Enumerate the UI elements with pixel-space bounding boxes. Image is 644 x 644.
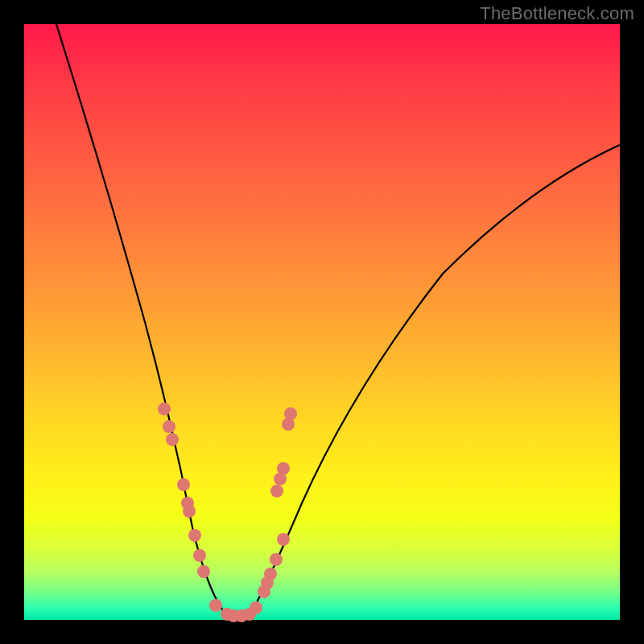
watermark-text: TheBottleneck.com [480, 3, 634, 24]
svg-point-19 [277, 533, 290, 546]
svg-point-14 [250, 601, 262, 614]
curve-right-branch [250, 145, 620, 616]
svg-point-0 [158, 402, 171, 415]
data-points [158, 402, 297, 622]
svg-point-1 [163, 420, 175, 433]
svg-point-8 [197, 565, 210, 578]
svg-point-20 [270, 485, 283, 497]
svg-point-9 [209, 599, 222, 612]
curve-left-branch [56, 24, 227, 616]
svg-point-24 [284, 407, 297, 420]
svg-point-5 [183, 505, 196, 518]
bottleneck-curve [24, 24, 620, 620]
svg-point-22 [277, 462, 290, 475]
svg-point-7 [193, 549, 206, 562]
svg-point-2 [166, 433, 179, 446]
svg-point-6 [188, 529, 201, 542]
plot-area [24, 24, 620, 620]
svg-point-17 [264, 568, 277, 580]
svg-point-3 [177, 478, 190, 491]
svg-point-18 [270, 553, 283, 566]
chart-frame: TheBottleneck.com [0, 0, 644, 644]
